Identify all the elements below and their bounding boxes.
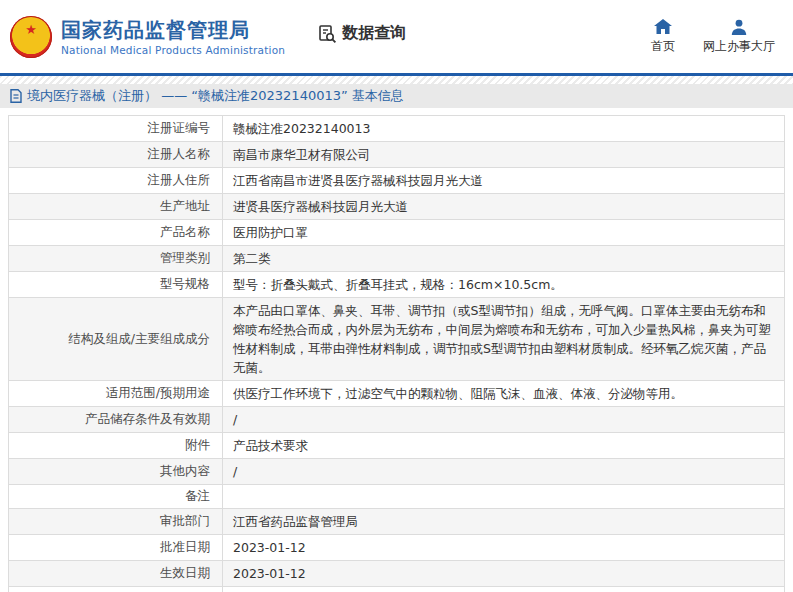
national-emblem-logo[interactable]: ★	[10, 16, 52, 58]
user-icon	[731, 19, 747, 35]
table-row: 备注	[9, 485, 785, 509]
row-value: 第二类	[223, 246, 785, 272]
row-label: 注册人住所	[9, 168, 223, 194]
row-label: 管理类别	[9, 246, 223, 272]
table-row: 生效日期2023-01-12	[9, 561, 785, 587]
header-nav: 首页 网上办事大厅	[651, 19, 775, 55]
table-row: 生产地址进贤县医疗器械科技园月光大道	[9, 194, 785, 220]
row-label: 适用范围/预期用途	[9, 381, 223, 407]
nav-home[interactable]: 首页	[651, 19, 675, 55]
home-icon	[654, 19, 672, 35]
table-row: 产品名称医用防护口罩	[9, 220, 785, 246]
row-value: /	[223, 459, 785, 485]
registration-info-table: 注册证编号赣械注准20232140013注册人名称南昌市康华卫材有限公司注册人住…	[8, 115, 785, 592]
row-value: 2023-01-12	[223, 535, 785, 561]
info-table-body: 注册证编号赣械注准20232140013注册人名称南昌市康华卫材有限公司注册人住…	[9, 116, 785, 592]
row-label: 有效期至	[9, 587, 223, 592]
row-label: 生效日期	[9, 561, 223, 587]
row-label: 批准日期	[9, 535, 223, 561]
row-label: 型号规格	[9, 272, 223, 298]
row-value: 南昌市康华卫材有限公司	[223, 142, 785, 168]
row-label: 注册证编号	[9, 116, 223, 142]
table-row: 注册证编号赣械注准20232140013	[9, 116, 785, 142]
table-row: 有效期至2028-01-11	[9, 587, 785, 592]
table-row: 型号规格型号：折叠头戴式、折叠耳挂式，规格：16cm×10.5cm。	[9, 272, 785, 298]
site-brand[interactable]: 国家药品监督管理局 National Medical Products Admi…	[61, 18, 285, 56]
nav-service-hall[interactable]: 网上办事大厅	[703, 19, 775, 55]
row-value: 赣械注准20232140013	[223, 116, 785, 142]
row-label: 注册人名称	[9, 142, 223, 168]
data-query-label: 数据查询	[342, 23, 406, 44]
row-value: 进贤县医疗器械科技园月光大道	[223, 194, 785, 220]
row-label: 生产地址	[9, 194, 223, 220]
doc-search-icon	[317, 24, 337, 44]
row-label: 产品储存条件及有效期	[9, 407, 223, 433]
table-row: 附件产品技术要求	[9, 433, 785, 459]
row-label: 产品名称	[9, 220, 223, 246]
row-value: /	[223, 407, 785, 433]
row-label: 其他内容	[9, 459, 223, 485]
table-row: 批准日期2023-01-12	[9, 535, 785, 561]
row-value: 产品技术要求	[223, 433, 785, 459]
table-row: 其他内容/	[9, 459, 785, 485]
document-icon	[10, 89, 22, 103]
table-row: 结构及组成/主要组成成分本产品由口罩体、鼻夹、耳带、调节扣（或S型调节扣）组成，…	[9, 298, 785, 381]
site-title: 国家药品监督管理局	[61, 18, 285, 42]
row-value: 2028-01-11	[223, 587, 785, 592]
row-value: 江西省药品监督管理局	[223, 509, 785, 535]
page-title-bar: 境内医疗器械（注册） —— “赣械注准20232140013” 基本信息	[0, 84, 793, 108]
nav-service-hall-label: 网上办事大厅	[703, 38, 775, 55]
table-row: 注册人名称南昌市康华卫材有限公司	[9, 142, 785, 168]
page-title: 境内医疗器械（注册） —— “赣械注准20232140013” 基本信息	[27, 87, 404, 105]
row-value: 本产品由口罩体、鼻夹、耳带、调节扣（或S型调节扣）组成，无呼气阀。口罩体主要由无…	[223, 298, 785, 381]
row-label: 结构及组成/主要组成成分	[9, 298, 223, 381]
table-row: 审批部门江西省药品监督管理局	[9, 509, 785, 535]
row-value: 2023-01-12	[223, 561, 785, 587]
row-label: 附件	[9, 433, 223, 459]
table-row: 产品储存条件及有效期/	[9, 407, 785, 433]
data-query-tab[interactable]: 数据查询	[317, 23, 406, 44]
site-header: ★ 国家药品监督管理局 National Medical Products Ad…	[0, 0, 793, 73]
star-icon: ★	[10, 23, 52, 36]
table-row: 适用范围/预期用途供医疗工作环境下，过滤空气中的颗粒物、阻隔飞沫、血液、体液、分…	[9, 381, 785, 407]
site-subtitle: National Medical Products Administration	[61, 44, 285, 56]
row-value: 医用防护口罩	[223, 220, 785, 246]
row-value: 供医疗工作环境下，过滤空气中的颗粒物、阻隔飞沫、血液、体液、分泌物等用。	[223, 381, 785, 407]
row-value: 型号：折叠头戴式、折叠耳挂式，规格：16cm×10.5cm。	[223, 272, 785, 298]
table-row: 注册人住所江西省南昌市进贤县医疗器械科技园月光大道	[9, 168, 785, 194]
row-label: 备注	[9, 485, 223, 509]
hatch-texture	[0, 76, 793, 84]
row-value: 江西省南昌市进贤县医疗器械科技园月光大道	[223, 168, 785, 194]
row-label: 审批部门	[9, 509, 223, 535]
nav-home-label: 首页	[651, 38, 675, 55]
row-value	[223, 485, 785, 509]
table-row: 管理类别第二类	[9, 246, 785, 272]
